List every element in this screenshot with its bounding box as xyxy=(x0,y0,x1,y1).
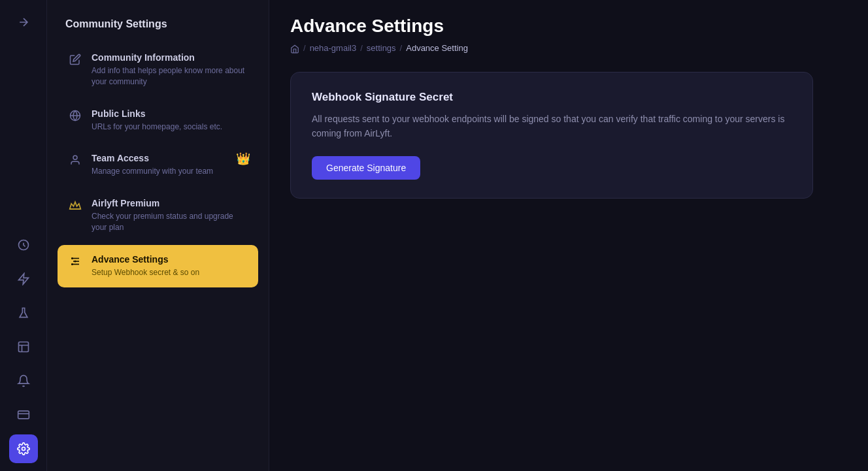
advance-settings-title: Advance Settings xyxy=(92,254,248,265)
activity-icon-button[interactable] xyxy=(9,265,38,293)
layout-icon-button[interactable] xyxy=(9,333,38,361)
sidebar-item-public-links[interactable]: Public Links URLs for your homepage, soc… xyxy=(58,99,258,142)
airlyft-premium-desc: Check your premium status and upgrade yo… xyxy=(92,211,248,233)
svg-point-6 xyxy=(73,156,77,160)
user-icon xyxy=(68,154,82,169)
svg-point-12 xyxy=(71,263,73,265)
community-information-desc: Add info that helps people know more abo… xyxy=(92,65,248,88)
sidebar-item-airlyft-premium[interactable]: Airlyft Premium Check your premium statu… xyxy=(58,189,258,242)
breadcrumb-community[interactable]: neha-gmail3 xyxy=(310,43,357,53)
sliders-icon xyxy=(68,255,82,270)
icon-sidebar xyxy=(0,0,47,471)
notifications-icon-button[interactable] xyxy=(9,366,38,395)
sidebar-title: Community Settings xyxy=(58,13,258,41)
sidebar-item-community-information[interactable]: Community Information Add info that help… xyxy=(58,43,258,97)
breadcrumb-sep-1: / xyxy=(303,43,306,53)
svg-point-3 xyxy=(22,447,25,451)
airlyft-premium-title: Airlyft Premium xyxy=(92,198,248,208)
webhook-card-desc: All requests sent to your webhook endpoi… xyxy=(312,112,792,141)
generate-signature-button[interactable]: Generate Signature xyxy=(312,156,420,180)
sidebar-item-advance-settings[interactable]: Advance Settings Setup Webhook secret & … xyxy=(58,245,258,287)
svg-rect-1 xyxy=(18,342,28,352)
breadcrumb-settings[interactable]: settings xyxy=(367,43,396,53)
team-access-desc: Manage community with your team xyxy=(92,166,248,177)
public-links-title: Public Links xyxy=(92,108,248,119)
svg-rect-2 xyxy=(18,411,29,419)
public-links-desc: URLs for your homepage, socials etc. xyxy=(92,122,248,133)
advance-settings-desc: Setup Webhook secret & so on xyxy=(92,267,248,278)
breadcrumb-sep-2: / xyxy=(360,43,363,53)
profile-icon-button[interactable] xyxy=(9,231,38,259)
community-information-title: Community Information xyxy=(92,52,248,63)
sidebar-item-team-access[interactable]: Team Access Manage community with your t… xyxy=(58,144,258,186)
premium-badge: 👑 xyxy=(236,152,250,166)
page-title: Advance Settings xyxy=(290,16,847,37)
nav-sidebar: Community Settings Community Information… xyxy=(47,0,269,471)
team-access-title: Team Access xyxy=(92,153,248,163)
crown-icon xyxy=(68,199,82,216)
billing-icon-button[interactable] xyxy=(9,400,38,429)
webhook-card: Webhook Signature Secret All requests se… xyxy=(290,72,813,199)
webhook-card-title: Webhook Signature Secret xyxy=(312,91,792,104)
breadcrumb: / neha-gmail3 / settings / Advance Setti… xyxy=(290,43,847,54)
experiments-icon-button[interactable] xyxy=(9,299,38,327)
settings-icon-button[interactable] xyxy=(9,434,38,463)
breadcrumb-home[interactable] xyxy=(290,43,299,54)
main-content: Advance Settings / neha-gmail3 / setting… xyxy=(269,0,868,471)
svg-point-10 xyxy=(71,257,73,259)
sidebar-toggle-button[interactable] xyxy=(9,8,38,37)
breadcrumb-current: Advance Setting xyxy=(406,43,468,53)
breadcrumb-sep-3: / xyxy=(400,43,403,53)
edit-icon xyxy=(68,54,82,69)
svg-point-11 xyxy=(75,260,76,262)
globe-icon xyxy=(68,110,82,125)
